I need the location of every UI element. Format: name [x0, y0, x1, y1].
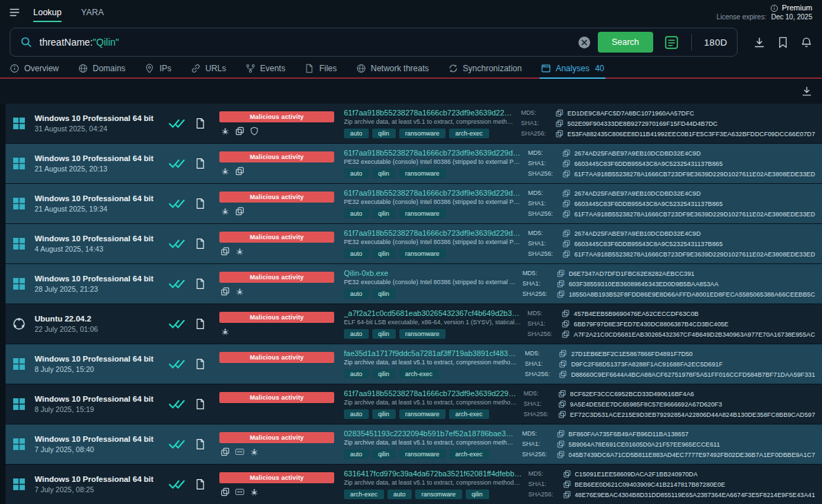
sample-name[interactable]: 61f7aa918b55238278a1666cb723df9e3639d229…	[344, 109, 515, 117]
sample-name[interactable]: _a7f2a21c0cd5681eab30265432367cf4b649d2b…	[344, 309, 522, 317]
copy-sha256-icon[interactable]	[558, 411, 566, 418]
copy-md5-icon[interactable]	[559, 350, 567, 357]
tag-auto[interactable]: auto	[344, 329, 369, 339]
download-results-icon[interactable]	[801, 86, 812, 97]
copy-sha256-icon[interactable]	[562, 330, 569, 338]
report-icon[interactable]	[196, 478, 205, 490]
copy-md5-icon[interactable]	[563, 189, 570, 197]
sample-name[interactable]: 02835451193c2232094b591b7ef52a18786bae32…	[344, 429, 517, 438]
report-icon[interactable]	[196, 438, 205, 450]
tag-qilin[interactable]: qilin	[372, 449, 396, 459]
table-row[interactable]: Windows 10 Professional 64 bit 8 July 20…	[0, 344, 822, 384]
period-selector[interactable]: 180D	[704, 37, 727, 48]
tag-qilin[interactable]: qilin	[372, 329, 396, 339]
copy-sha256-icon[interactable]	[557, 451, 565, 458]
sample-name[interactable]: 61f7aa918b55238278a1666cb723df9e3639d229…	[344, 149, 522, 157]
table-row[interactable]: Windows 10 Professional 64 bit 4 August …	[0, 224, 822, 264]
tag-auto[interactable]: auto	[344, 449, 369, 459]
tag-auto[interactable]: auto	[387, 489, 412, 499]
copy-md5-icon[interactable]	[563, 230, 570, 237]
copy-sha1-icon[interactable]	[563, 240, 570, 248]
tag-arch-exec[interactable]: arch-exec	[399, 369, 439, 379]
copy-sha256-icon[interactable]	[563, 491, 571, 498]
tag-arch-exec[interactable]: arch-exec	[344, 489, 384, 499]
tag-auto[interactable]: auto	[344, 129, 369, 138]
tag-qilin[interactable]: qilin	[466, 489, 489, 499]
tag-qilin[interactable]: qilin	[372, 409, 396, 419]
copy-sha1-icon[interactable]	[557, 280, 565, 288]
nav-tab-network-threats[interactable]: Network threats	[356, 59, 429, 77]
copy-sha256-icon[interactable]	[563, 170, 570, 178]
tag-qilin[interactable]: qilin	[372, 209, 396, 218]
query-templates-icon[interactable]	[664, 35, 679, 50]
report-icon[interactable]	[196, 318, 205, 330]
copy-sha1-icon[interactable]	[562, 320, 569, 328]
nav-tab-domains[interactable]: Domains	[78, 59, 125, 77]
sample-name[interactable]: 61f7aa918b55238278a1666cb723df9e3639d229…	[344, 389, 518, 398]
copy-sha256-icon[interactable]	[556, 130, 563, 138]
table-row[interactable]: Ubuntu 22.04.2 22 July 2025, 01:06 Malic…	[0, 304, 822, 344]
tag-arch-exec[interactable]: arch-exec	[449, 449, 489, 459]
tag-auto[interactable]: auto	[344, 249, 369, 259]
notifications-bell-icon[interactable]	[801, 37, 812, 48]
tag-ransomware[interactable]: ransomware	[399, 449, 446, 459]
copy-md5-icon[interactable]	[562, 310, 569, 317]
nav-tab-synchronization[interactable]: Synchronization	[448, 59, 522, 77]
tag-ransomware[interactable]: ransomware	[399, 249, 446, 259]
tab-lookup[interactable]: Lookup	[33, 0, 62, 25]
copy-sha1-icon[interactable]	[558, 400, 566, 408]
copy-sha256-icon[interactable]	[563, 210, 570, 218]
copy-sha1-icon[interactable]	[563, 480, 571, 488]
copy-sha1-icon[interactable]	[556, 120, 563, 127]
table-row[interactable]: Windows 10 Professional 64 bit 8 July 20…	[0, 384, 822, 424]
nav-tab-files[interactable]: Files	[304, 59, 336, 77]
report-icon[interactable]	[196, 238, 205, 250]
clear-search-icon[interactable]	[578, 36, 591, 49]
copy-md5-icon[interactable]	[557, 270, 565, 277]
table-row[interactable]: Windows 10 Professional 64 bit 7 July 20…	[0, 465, 822, 504]
tag-qilin[interactable]: qilin	[372, 129, 396, 138]
menu-icon[interactable]	[8, 6, 21, 19]
sample-name[interactable]: 61f7aa918b55238278a1666cb723df9e3639d229…	[344, 229, 522, 237]
report-icon[interactable]	[196, 118, 205, 129]
tag-ransomware[interactable]: ransomware	[399, 169, 446, 178]
table-row[interactable]: Windows 10 Professional 64 bit 28 July 2…	[0, 264, 822, 304]
tag-ransomware[interactable]: ransomware	[399, 209, 446, 218]
report-icon[interactable]	[196, 358, 205, 370]
tag-ransomware[interactable]: ransomware	[399, 329, 446, 339]
sample-name[interactable]: 6316417fcd979c39a4da672ba3521f62081ff4df…	[344, 469, 523, 478]
table-row[interactable]: Windows 10 Professional 64 bit 21 August…	[0, 144, 822, 184]
sample-name[interactable]: fae35d1a1717f9ddc5a7281af3ff719ab3891cf4…	[344, 349, 519, 357]
copy-sha1-icon[interactable]	[563, 200, 570, 207]
report-icon[interactable]	[196, 158, 205, 169]
nav-tab-analyses[interactable]: Analyses 40	[541, 59, 604, 77]
nav-tab-urls[interactable]: URLs	[191, 59, 226, 77]
search-input[interactable]: threatName:"Qilin"	[39, 37, 571, 48]
copy-sha1-icon[interactable]	[563, 160, 570, 167]
tab-yara[interactable]: YARA	[81, 0, 104, 25]
copy-md5-icon[interactable]	[557, 430, 565, 438]
nav-tab-overview[interactable]: Overview	[10, 59, 59, 77]
tag-auto[interactable]: auto	[344, 169, 369, 178]
tag-auto[interactable]: auto	[344, 209, 369, 218]
table-row[interactable]: Windows 10 Professional 64 bit 31 August…	[0, 104, 822, 144]
sample-name[interactable]: 61f7aa918b55238278a1666cb723df9e3639d229…	[344, 189, 522, 197]
copy-sha256-icon[interactable]	[557, 290, 565, 298]
bookmark-icon[interactable]	[777, 37, 789, 48]
copy-sha1-icon[interactable]	[559, 360, 567, 368]
tag-arch-exec[interactable]: arch-exec	[449, 409, 489, 419]
search-box[interactable]: threatName:"Qilin" Search 180D	[10, 28, 738, 57]
report-icon[interactable]	[196, 198, 205, 209]
tag-ransomware[interactable]: ransomware	[399, 129, 446, 138]
table-row[interactable]: Windows 10 Professional 64 bit 7 July 20…	[0, 424, 822, 465]
tag-auto[interactable]: auto	[344, 369, 369, 379]
tag-arch-exec[interactable]: arch-exec	[449, 129, 489, 138]
copy-sha256-icon[interactable]	[559, 371, 567, 378]
tag-qilin[interactable]: qilin	[372, 289, 396, 299]
sample-name[interactable]: Qilin-0xb.exe	[344, 269, 517, 277]
export-icon[interactable]	[754, 37, 765, 48]
tag-ransomware[interactable]: ransomware	[399, 409, 446, 419]
copy-md5-icon[interactable]	[556, 109, 563, 117]
report-icon[interactable]	[196, 278, 205, 290]
tag-qilin[interactable]: qilin	[372, 249, 396, 259]
